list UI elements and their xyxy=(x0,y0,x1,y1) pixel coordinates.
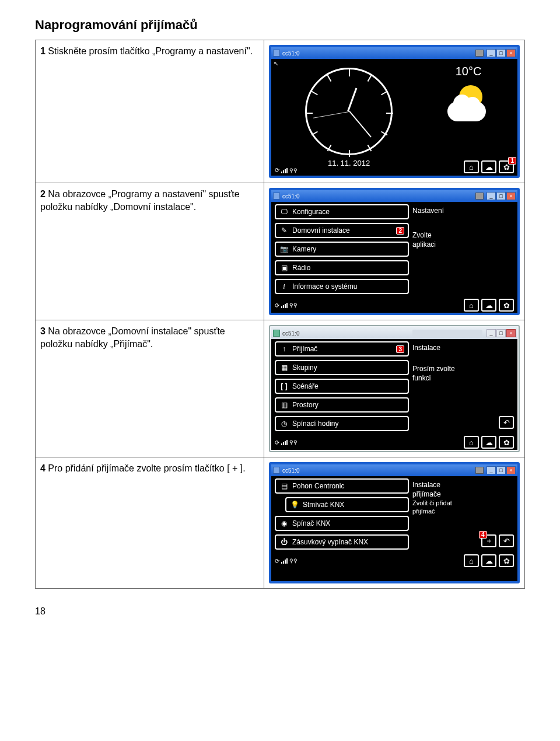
menu-skupiny[interactable]: ▦ Skupiny xyxy=(275,360,409,375)
weather-button[interactable]: ☁ xyxy=(481,436,496,449)
settings-button[interactable]: ✿ xyxy=(499,554,514,567)
settings-badge: 1 xyxy=(508,157,516,165)
step2-body: Na obrazovce „Programy a nastavení" spus… xyxy=(40,189,240,212)
printer-icon[interactable] xyxy=(475,193,484,200)
menu-spinaci-hodiny[interactable]: ◷ Spínací hodiny xyxy=(275,416,409,431)
back-button[interactable]: ↶ xyxy=(499,416,514,429)
step1-num: 1 xyxy=(40,46,46,56)
side-prosim: Prosím zvolte xyxy=(412,365,514,373)
window-frame: cc51:0 _ □ × ↖ xyxy=(269,45,520,178)
grid-icon: ▦ xyxy=(279,364,289,371)
menu-radio[interactable]: ▣ Rádio xyxy=(275,260,409,275)
side-nastaveni: Nastavení xyxy=(412,207,514,215)
menu-label: Kamery xyxy=(292,245,316,253)
step1-text: 1 Stiskněte prosím tlačítko „Programy a … xyxy=(40,45,259,58)
menu-stmivac-knx[interactable]: 💡 Stmívač KNX xyxy=(285,497,409,512)
step3-text: 3 Na obrazovce „Domovní instalace" spusť… xyxy=(40,325,259,351)
menu-kamery[interactable]: 📷 Kamery xyxy=(275,242,409,257)
menu-konfigurace[interactable]: 🖵 Konfigurace xyxy=(275,204,409,219)
window-title: cc51:0 xyxy=(282,467,299,474)
minimize-button[interactable]: _ xyxy=(487,49,496,57)
status-strip: ⟳ ⚲⚲ xyxy=(275,558,298,564)
temperature: 10°C xyxy=(456,65,482,78)
menu-zasuvkovy-vypinac-knx[interactable]: ⏻ Zásuvkový vypínač KNX xyxy=(275,534,409,550)
settings-button[interactable]: ✿ 1 xyxy=(499,160,514,173)
clock-icon: ◷ xyxy=(279,420,289,427)
menu-scenare[interactable]: [ ] Scénáře xyxy=(275,379,409,394)
step4-num: 4 xyxy=(40,463,46,473)
close-button[interactable]: × xyxy=(506,329,516,337)
window-title: cc51:0 xyxy=(282,193,299,200)
menu-pohon-centronic[interactable]: ▤ Pohon Centronic xyxy=(275,478,409,494)
menu-prijimac[interactable]: ↑ Přijímač 3 xyxy=(275,341,409,356)
menu-label: Scénáře xyxy=(292,382,318,390)
maximize-button[interactable]: □ xyxy=(496,329,506,337)
step3-screenshot: cc51:0 _ □ × ↑ Přijímač 3 ▦ xyxy=(269,325,520,452)
steps-table: 1 Stiskněte prosím tlačítko „Programy a … xyxy=(35,40,525,589)
menu-prostory[interactable]: ▥ Prostory xyxy=(275,397,409,413)
titlebar: cc51:0 _ □ × xyxy=(271,190,517,202)
settings-button[interactable]: ✿ xyxy=(499,436,514,449)
weather-icon xyxy=(445,84,492,125)
close-button[interactable]: × xyxy=(506,192,516,200)
app-icon xyxy=(273,330,280,337)
camera-icon: 📷 xyxy=(279,246,289,253)
minimize-button[interactable]: _ xyxy=(487,466,496,474)
app-icon xyxy=(273,193,280,200)
step3-num: 3 xyxy=(40,326,46,336)
menu-domovni-instalace[interactable]: ✎ Domovní instalace 2 xyxy=(275,223,409,238)
menu-spinac-knx[interactable]: ◉ Spínač KNX xyxy=(275,516,409,531)
side-l3: Zvolit či přidat xyxy=(412,499,514,506)
weather-button[interactable]: ☁ xyxy=(481,160,496,173)
settings-button[interactable]: ✿ xyxy=(499,299,514,312)
menu-label: Spínač KNX xyxy=(292,519,330,527)
close-button[interactable]: × xyxy=(506,49,516,57)
menu-label: Domovní instalace xyxy=(292,226,350,235)
window-frame: cc51:0 _ □ × ▤ Pohon Centronic 💡 xyxy=(269,462,520,583)
maximize-button[interactable]: □ xyxy=(496,466,506,474)
close-button[interactable]: × xyxy=(506,466,516,474)
menu-informace[interactable]: i Informace o systému xyxy=(275,279,409,294)
window-frame: cc51:0 _ □ × 🖵 Konfigurace ✎ xyxy=(269,188,520,315)
step2-num: 2 xyxy=(40,189,46,199)
home-button[interactable]: ⌂ xyxy=(464,436,479,449)
step3-body: Na obrazovce „Domovní instalace" spusťte… xyxy=(40,326,225,349)
menu-label: Skupiny xyxy=(292,363,317,372)
side-funkci: funkci xyxy=(412,374,514,382)
side-l1: Instalace xyxy=(412,481,514,489)
maximize-button[interactable]: □ xyxy=(496,49,506,57)
home-button[interactable]: ⌂ xyxy=(464,554,479,567)
menu-label: Zásuvkový vypínač KNX xyxy=(292,538,368,546)
status-strip: ⟳ ⚲⚲ xyxy=(275,302,298,309)
menu-label: Informace o systému xyxy=(292,282,357,291)
weather-button[interactable]: ☁ xyxy=(481,299,496,312)
weather-button[interactable]: ☁ xyxy=(481,554,496,567)
menu-label: Konfigurace xyxy=(292,208,330,216)
add-button[interactable]: ＋ 4 xyxy=(481,534,496,547)
step4-screenshot: cc51:0 _ □ × ▤ Pohon Centronic 💡 xyxy=(269,462,520,583)
menu-label: Přijímač xyxy=(292,345,317,353)
back-button[interactable]: ↶ xyxy=(499,534,514,547)
maximize-button[interactable]: □ xyxy=(496,192,506,200)
home-button[interactable]: ⌂ xyxy=(464,299,479,312)
home-button[interactable]: ⌂ xyxy=(464,160,479,173)
page-title: Naprogramování přijímačů xyxy=(35,18,525,33)
minimize-button[interactable]: _ xyxy=(487,192,496,200)
side-instalace: Instalace xyxy=(412,344,514,352)
printer-icon[interactable] xyxy=(475,50,484,57)
app-icon xyxy=(273,50,280,57)
side-aplikaci: aplikaci xyxy=(412,240,514,249)
window-frame: cc51:0 _ □ × ↑ Přijímač 3 ▦ xyxy=(269,325,520,452)
titlebar: cc51:0 _ □ × xyxy=(271,47,517,59)
minimize-button[interactable]: _ xyxy=(487,329,496,337)
side-l4: přijímač xyxy=(412,508,514,515)
printer-icon[interactable] xyxy=(475,467,484,474)
motor-icon: ▤ xyxy=(279,483,289,490)
step4-text: 4 Pro přidání přijímače zvolte prosím tl… xyxy=(40,462,259,475)
menu-label: Prostory xyxy=(292,401,318,409)
title-blur xyxy=(412,330,482,337)
side-l2: přijímače xyxy=(412,490,514,498)
brackets-icon: [ ] xyxy=(279,383,289,390)
info-icon: i xyxy=(279,283,289,290)
socket-icon: ⏻ xyxy=(279,539,289,546)
